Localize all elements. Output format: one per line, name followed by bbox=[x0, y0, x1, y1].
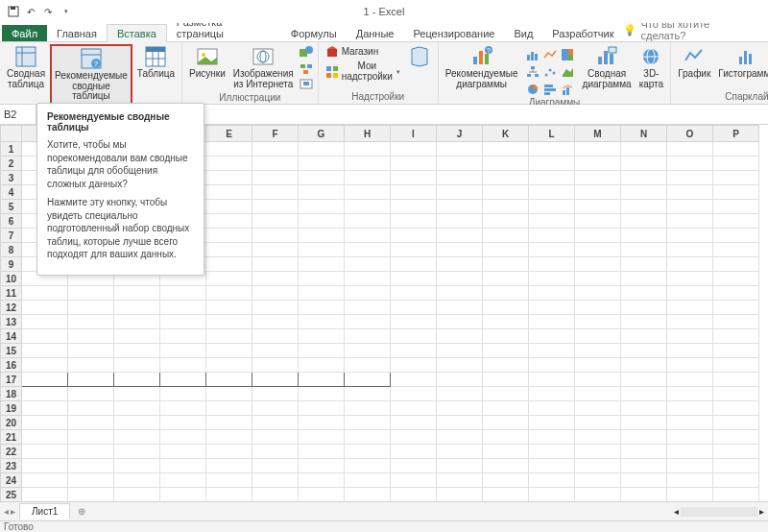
cell[interactable] bbox=[483, 257, 529, 272]
cell[interactable] bbox=[483, 459, 529, 473]
cell[interactable] bbox=[437, 243, 483, 257]
cell[interactable] bbox=[345, 301, 391, 315]
cell[interactable] bbox=[345, 243, 391, 257]
cell[interactable] bbox=[206, 473, 252, 488]
cell[interactable] bbox=[575, 185, 621, 200]
cell[interactable] bbox=[160, 473, 206, 488]
cell[interactable] bbox=[713, 142, 759, 157]
row-header[interactable]: 3 bbox=[1, 171, 22, 185]
cell[interactable] bbox=[621, 301, 667, 315]
cell[interactable] bbox=[252, 329, 299, 344]
cell[interactable] bbox=[252, 200, 299, 214]
cell[interactable] bbox=[529, 373, 575, 387]
cell[interactable] bbox=[667, 344, 713, 358]
cell[interactable] bbox=[391, 142, 437, 157]
cell[interactable] bbox=[206, 157, 252, 171]
cell[interactable] bbox=[299, 373, 345, 387]
cell[interactable] bbox=[575, 301, 621, 315]
cell[interactable] bbox=[713, 257, 759, 272]
cell[interactable] bbox=[575, 257, 621, 272]
cell[interactable] bbox=[437, 401, 483, 416]
line-chart-icon[interactable] bbox=[542, 46, 559, 62]
pie-chart-icon[interactable] bbox=[525, 81, 541, 97]
cell[interactable] bbox=[621, 286, 667, 301]
cell[interactable] bbox=[529, 272, 575, 286]
cell[interactable] bbox=[299, 473, 345, 488]
cell[interactable] bbox=[437, 142, 483, 157]
cell[interactable] bbox=[667, 142, 713, 157]
cell[interactable] bbox=[575, 229, 621, 243]
cell[interactable] bbox=[575, 243, 621, 257]
cell[interactable] bbox=[114, 459, 160, 473]
cell[interactable] bbox=[299, 257, 345, 272]
cell[interactable] bbox=[252, 401, 299, 416]
cell[interactable] bbox=[252, 358, 299, 373]
tab-formulas[interactable]: Формулы bbox=[281, 25, 347, 41]
cell[interactable] bbox=[345, 185, 391, 200]
cell[interactable] bbox=[252, 373, 299, 387]
myaddins-button[interactable]: Мои надстройки ▾ bbox=[323, 60, 403, 83]
cell[interactable] bbox=[621, 416, 667, 430]
cell[interactable] bbox=[299, 157, 345, 171]
cell[interactable] bbox=[114, 315, 160, 329]
cell[interactable] bbox=[391, 358, 437, 373]
cell[interactable] bbox=[252, 430, 299, 445]
cell[interactable] bbox=[252, 459, 299, 473]
cell[interactable] bbox=[391, 329, 437, 344]
cell[interactable] bbox=[713, 430, 759, 445]
cell[interactable] bbox=[437, 459, 483, 473]
cell[interactable] bbox=[299, 387, 345, 401]
row-header[interactable]: 11 bbox=[1, 286, 22, 301]
cell[interactable] bbox=[22, 473, 68, 488]
cell[interactable] bbox=[299, 488, 345, 502]
cell[interactable] bbox=[299, 171, 345, 185]
column-header[interactable]: H bbox=[345, 126, 391, 142]
cell[interactable] bbox=[345, 416, 391, 430]
cell[interactable] bbox=[68, 430, 114, 445]
cell[interactable] bbox=[391, 229, 437, 243]
cell[interactable] bbox=[252, 315, 299, 329]
combo-chart-icon[interactable] bbox=[560, 81, 576, 97]
cell[interactable] bbox=[299, 430, 345, 445]
cell[interactable] bbox=[299, 301, 345, 315]
cell[interactable] bbox=[206, 229, 252, 243]
cell[interactable] bbox=[299, 358, 345, 373]
cell[interactable] bbox=[529, 416, 575, 430]
cell[interactable] bbox=[483, 142, 529, 157]
scroll-right-icon[interactable]: ▸ bbox=[759, 506, 764, 517]
cell[interactable] bbox=[299, 272, 345, 286]
row-header[interactable]: 1 bbox=[1, 142, 22, 157]
cell[interactable] bbox=[713, 358, 759, 373]
row-header[interactable]: 10 bbox=[1, 272, 22, 286]
cell[interactable] bbox=[667, 171, 713, 185]
cell[interactable] bbox=[299, 142, 345, 157]
cell[interactable] bbox=[68, 445, 114, 459]
column-header[interactable]: K bbox=[483, 126, 529, 142]
cell[interactable] bbox=[667, 301, 713, 315]
cell[interactable] bbox=[483, 229, 529, 243]
cell[interactable] bbox=[206, 214, 252, 229]
cell[interactable] bbox=[68, 344, 114, 358]
cell[interactable] bbox=[529, 358, 575, 373]
cell[interactable] bbox=[252, 488, 299, 502]
cell[interactable] bbox=[437, 344, 483, 358]
cell[interactable] bbox=[252, 157, 299, 171]
cell[interactable] bbox=[345, 473, 391, 488]
cell[interactable] bbox=[68, 488, 114, 502]
cell[interactable] bbox=[483, 243, 529, 257]
cell[interactable] bbox=[713, 473, 759, 488]
pivottable-button[interactable]: Сводная таблица bbox=[4, 44, 48, 90]
cell[interactable] bbox=[206, 315, 252, 329]
cell[interactable] bbox=[483, 401, 529, 416]
tab-home[interactable]: Главная bbox=[47, 25, 107, 41]
cell[interactable] bbox=[621, 171, 667, 185]
cell[interactable] bbox=[483, 329, 529, 344]
cell[interactable] bbox=[252, 171, 299, 185]
cell[interactable] bbox=[621, 358, 667, 373]
cell[interactable] bbox=[667, 430, 713, 445]
surface-chart-icon[interactable] bbox=[560, 63, 576, 80]
tab-insert[interactable]: Вставка bbox=[107, 24, 167, 42]
cell[interactable] bbox=[483, 200, 529, 214]
column-header[interactable]: P bbox=[713, 126, 759, 142]
cell[interactable] bbox=[114, 373, 160, 387]
